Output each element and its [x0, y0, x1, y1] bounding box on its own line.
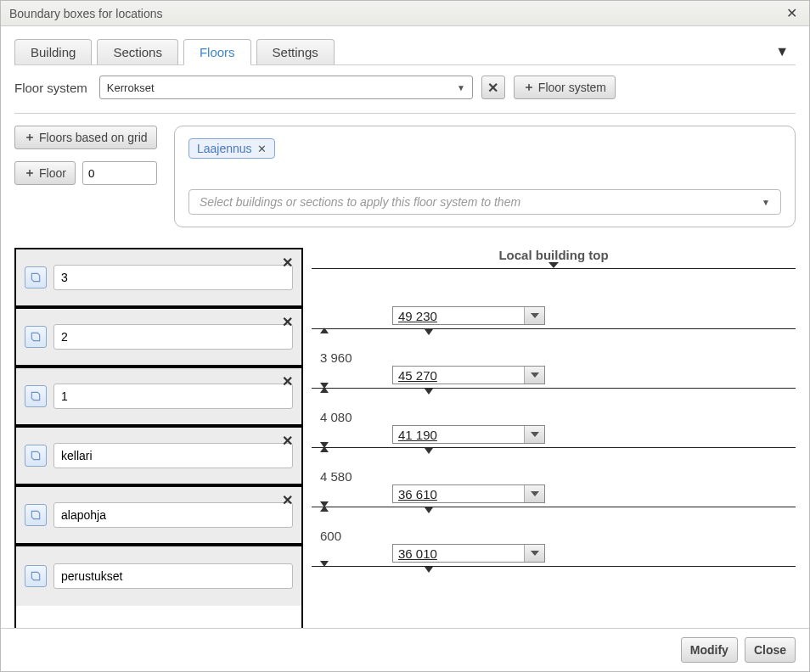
chevron-down-icon: ▼	[762, 198, 770, 207]
close-icon[interactable]: ✕	[782, 4, 801, 23]
floor-name-input[interactable]	[53, 384, 293, 409]
elevation-field[interactable]: 36 610	[392, 484, 545, 503]
remove-floor-icon[interactable]: ✕	[282, 433, 293, 449]
plus-icon: ＋	[24, 165, 36, 181]
triangle-up-icon	[320, 506, 329, 512]
floor-icon[interactable]	[25, 504, 47, 526]
tabs: Building Sections Floors Settings ▼	[14, 38, 796, 65]
chip-remove-icon[interactable]: ✕	[257, 143, 267, 155]
floor-row: ✕	[16, 309, 301, 368]
floor-gap-value: 4 080	[320, 410, 352, 424]
floors-based-on-grid-button[interactable]: ＋ Floors based on grid	[14, 126, 157, 149]
floor-list: ✕ ✕ ✕ ✕ ✕ ✕	[14, 248, 303, 659]
floor-system-label: Floor system	[14, 81, 87, 95]
triangle-up-icon	[320, 446, 329, 452]
elevation-dropdown-icon[interactable]	[524, 545, 544, 562]
level-row: 600 36 010	[312, 507, 796, 566]
close-button[interactable]: Close	[745, 637, 796, 663]
floor-row: ✕	[16, 249, 301, 309]
floor-number-input[interactable]	[82, 161, 157, 185]
remove-floor-icon[interactable]: ✕	[282, 373, 293, 389]
floor-icon[interactable]	[25, 266, 47, 288]
add-floor-button[interactable]: ＋ Floor	[14, 161, 76, 185]
floor-row: ✕	[16, 487, 301, 546]
floor-row: ✕	[16, 428, 301, 487]
selection-chip[interactable]: Laajennus ✕	[188, 138, 275, 159]
selection-panel: Laajennus ✕ Select buildings or sections…	[174, 126, 796, 227]
floor-system-row: Floor system Kerrokset ▼ ✕ ＋ Floor syste…	[14, 76, 796, 99]
level-row: 4 580 36 610	[312, 447, 796, 507]
triangle-up-icon	[320, 387, 329, 393]
floor-system-select[interactable]: Kerrokset ▼	[99, 76, 473, 99]
elevation-value: 41 190	[393, 428, 524, 442]
floor-gap-value: 4 580	[320, 469, 352, 484]
level-row: 49 230	[312, 269, 796, 328]
footer: Modify Close	[1, 628, 809, 671]
floor-name-input[interactable]	[53, 502, 293, 528]
window-title: Boundary boxes for locations	[9, 7, 782, 20]
floor-row: ✕	[16, 368, 301, 428]
elevation-dropdown-icon[interactable]	[524, 307, 544, 324]
elevation-value: 49 230	[393, 309, 524, 323]
elevation-field[interactable]: 45 270	[392, 366, 545, 384]
elevation-dropdown-icon[interactable]	[524, 485, 544, 502]
level-row: 4 080 41 190	[312, 388, 796, 447]
elevation-value: 36 010	[393, 546, 524, 561]
elevation-dropdown-icon[interactable]	[524, 367, 544, 384]
elevation-field[interactable]: 36 010	[392, 544, 545, 563]
floor-name-input[interactable]	[53, 563, 293, 589]
tab-floors[interactable]: Floors	[183, 39, 251, 65]
tab-building[interactable]: Building	[14, 39, 92, 64]
floor-row: ✕	[16, 546, 301, 606]
floor-name-input[interactable]	[53, 265, 293, 290]
remove-floor-icon[interactable]: ✕	[282, 314, 293, 330]
floor-name-input[interactable]	[53, 324, 293, 350]
floor-icon[interactable]	[25, 326, 47, 348]
floor-icon[interactable]	[25, 445, 47, 467]
floor-name-input[interactable]	[53, 443, 293, 468]
plus-icon: ＋	[523, 80, 535, 95]
level-row	[312, 566, 796, 625]
plus-icon: ＋	[24, 130, 36, 145]
floor-icon[interactable]	[25, 565, 47, 587]
floor-gap-value: 3 960	[320, 350, 352, 365]
remove-floor-system-button[interactable]: ✕	[481, 76, 505, 99]
remove-floor-icon[interactable]: ✕	[282, 255, 293, 271]
tab-settings[interactable]: Settings	[256, 39, 335, 64]
triangle-up-icon	[320, 328, 329, 333]
floor-icon[interactable]	[25, 385, 47, 407]
tab-menu-icon[interactable]: ▼	[775, 44, 789, 59]
floor-system-value: Kerrokset	[107, 81, 155, 94]
selection-combobox[interactable]: Select buildings or sections to apply th…	[188, 189, 781, 215]
modify-button[interactable]: Modify	[681, 637, 738, 663]
elevation-dropdown-icon[interactable]	[524, 426, 544, 443]
level-row: 3 960 45 270	[312, 328, 796, 388]
elevation-field[interactable]: 49 230	[392, 306, 545, 325]
add-floor-system-button[interactable]: ＋ Floor system	[514, 76, 616, 99]
tab-sections[interactable]: Sections	[97, 39, 178, 64]
titlebar: Boundary boxes for locations ✕	[1, 1, 809, 26]
elevation-value: 36 610	[393, 487, 524, 501]
local-building-top-label: Local building top	[312, 248, 796, 262]
elevation-value: 45 270	[393, 368, 524, 383]
triangle-down-icon	[548, 262, 559, 268]
elevation-field[interactable]: 41 190	[392, 425, 545, 444]
chevron-down-icon: ▼	[457, 83, 465, 92]
remove-floor-icon[interactable]: ✕	[282, 492, 293, 508]
floor-gap-value: 600	[320, 529, 341, 543]
